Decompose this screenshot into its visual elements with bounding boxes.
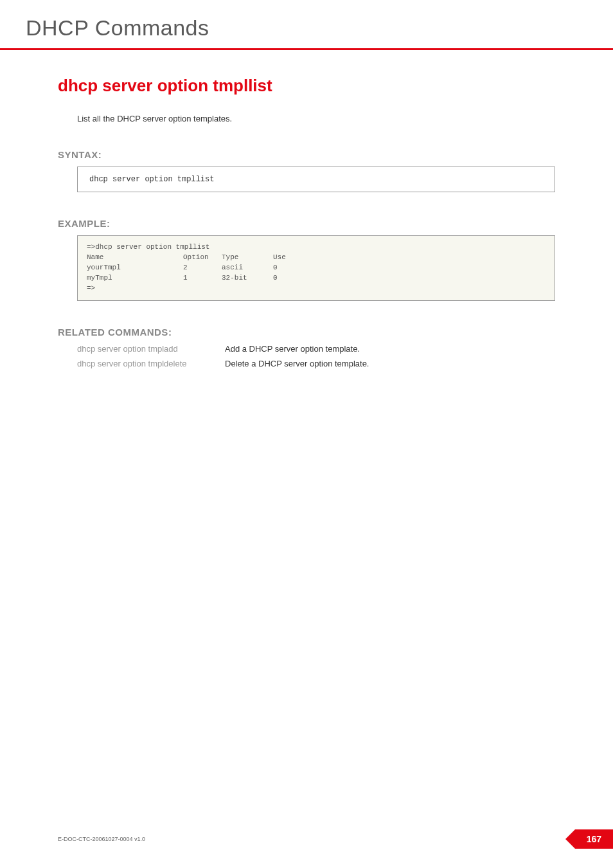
related-command-link[interactable]: dhcp server option tmpldelete: [77, 359, 225, 368]
example-data-row: yourTmpl 2 ascii 0: [87, 263, 546, 273]
related-command-link[interactable]: dhcp server option tmpladd: [77, 344, 225, 354]
related-row: dhcp server option tmpladd Add a DHCP se…: [77, 344, 555, 354]
example-header-use: Use: [273, 253, 305, 263]
related-command-desc: Add a DHCP server option template.: [225, 344, 360, 354]
command-title: dhcp server option tmpllist: [58, 76, 555, 96]
example-cell-option: 2: [183, 263, 222, 273]
example-cell-name: yourTmpl: [87, 263, 183, 273]
example-header-type: Type: [222, 253, 273, 263]
footer-page-indicator: 167: [565, 829, 613, 849]
page-num-triangle: [565, 829, 575, 849]
example-header-option: Option: [183, 253, 222, 263]
command-description: List all the DHCP server option template…: [77, 114, 555, 123]
related-command-desc: Delete a DHCP server option template.: [225, 359, 369, 368]
example-heading: EXAMPLE:: [58, 218, 555, 229]
page-number: 167: [575, 829, 613, 849]
example-command-line: =>dhcp server option tmpllist: [87, 242, 546, 253]
page-footer: E-DOC-CTC-20061027-0004 v1.0 167: [0, 829, 613, 849]
syntax-box: dhcp server option tmpllist: [77, 167, 555, 192]
example-data-row: myTmpl 1 32-bit 0: [87, 273, 546, 284]
example-header-row: Name Option Type Use: [87, 253, 546, 263]
example-cell-type: ascii: [222, 263, 273, 273]
related-commands-table: dhcp server option tmpladd Add a DHCP se…: [77, 344, 555, 368]
example-prompt: =>: [87, 284, 546, 294]
example-cell-option: 1: [183, 273, 222, 284]
page-header: DHCP Commands: [0, 0, 613, 48]
related-row: dhcp server option tmpldelete Delete a D…: [77, 359, 555, 368]
example-cell-name: myTmpl: [87, 273, 183, 284]
syntax-heading: SYNTAX:: [58, 149, 555, 160]
content-area: dhcp server option tmpllist List all the…: [0, 50, 613, 368]
example-cell-use: 0: [273, 263, 305, 273]
example-cell-type: 32-bit: [222, 273, 273, 284]
page-header-title: DHCP Commands: [26, 15, 587, 41]
example-cell-use: 0: [273, 273, 305, 284]
example-box: =>dhcp server option tmpllist Name Optio…: [77, 235, 555, 301]
related-heading: RELATED COMMANDS:: [58, 327, 555, 338]
footer-doc-id: E-DOC-CTC-20061027-0004 v1.0: [58, 836, 145, 842]
example-header-name: Name: [87, 253, 183, 263]
